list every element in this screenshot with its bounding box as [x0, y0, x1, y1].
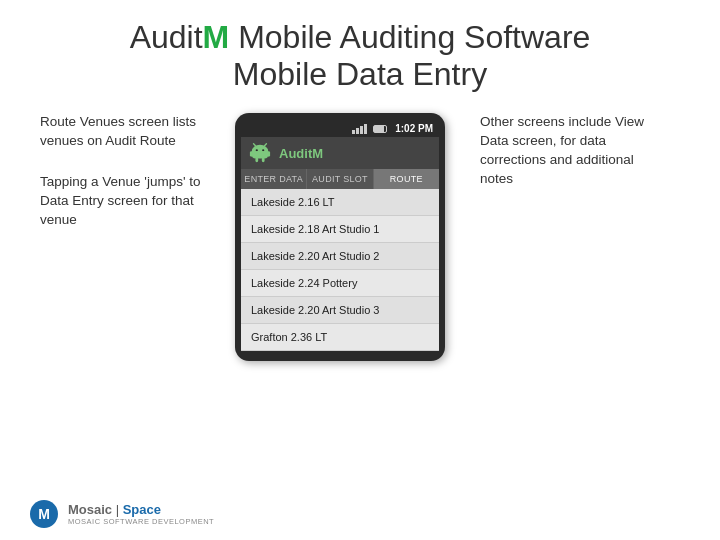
footer-separator: | [116, 502, 123, 517]
footer-sub: MOSAIC SOFTWARE DEVELOPMENT [68, 517, 214, 526]
footer: M Mosaic | Space MOSAIC SOFTWARE DEVELOP… [30, 500, 214, 528]
list-item[interactable]: Grafton 2.36 LT [241, 324, 439, 351]
status-time: 1:02 PM [395, 123, 433, 134]
phone-header: AuditM [241, 137, 439, 169]
svg-rect-6 [250, 152, 253, 158]
status-bar: 1:02 PM [241, 121, 439, 137]
signal-icon [352, 124, 367, 134]
right-text: Other screens include View Data screen, … [465, 113, 650, 189]
left-para1: Route Venues screen lists venues on Audi… [40, 113, 205, 151]
content-row: Route Venues screen lists venues on Audi… [0, 103, 720, 371]
left-text: Route Venues screen lists venues on Audi… [40, 113, 215, 251]
title-audit: Audit [130, 19, 203, 55]
list-item[interactable]: Lakeside 2.18 Art Studio 1 [241, 216, 439, 243]
left-para2: Tapping a Venue 'jumps' to Data Entry sc… [40, 173, 205, 230]
title-line2: Mobile Data Entry [20, 56, 700, 93]
list-item[interactable]: Lakeside 2.16 LT [241, 189, 439, 216]
svg-point-2 [262, 150, 264, 152]
tab-audit-slot[interactable]: AUDIT SLOT [307, 169, 373, 189]
phone-app-title: AuditM [279, 146, 323, 161]
svg-rect-7 [267, 152, 270, 158]
svg-rect-8 [255, 158, 258, 163]
list-item[interactable]: Lakeside 2.20 Art Studio 2 [241, 243, 439, 270]
svg-line-4 [265, 144, 267, 146]
list-item[interactable]: Lakeside 2.24 Pottery [241, 270, 439, 297]
title-rest: Mobile Auditing Software [229, 19, 590, 55]
title-area: AuditM Mobile Auditing Software Mobile D… [0, 0, 720, 103]
list-item[interactable]: Lakeside 2.20 Art Studio 3 [241, 297, 439, 324]
footer-logo-text: Mosaic | Space [68, 502, 214, 517]
status-icons [352, 124, 387, 134]
svg-point-1 [256, 150, 258, 152]
footer-mosaic: Mosaic [68, 502, 112, 517]
title-m: M [203, 19, 230, 55]
svg-rect-5 [252, 152, 269, 159]
phone-tabs: ENTER DATA AUDIT SLOT ROUTE [241, 169, 439, 189]
android-icon [249, 142, 271, 164]
battery-icon [373, 125, 387, 133]
phone-body: 1:02 PM AuditM [235, 113, 445, 361]
tab-enter-data[interactable]: ENTER DATA [241, 169, 307, 189]
tab-route[interactable]: ROUTE [374, 169, 439, 189]
phone-mockup: 1:02 PM AuditM [235, 113, 445, 361]
footer-text-block: Mosaic | Space MOSAIC SOFTWARE DEVELOPME… [68, 502, 214, 526]
svg-rect-9 [262, 158, 265, 163]
title-line1: AuditM Mobile Auditing Software [20, 18, 700, 56]
route-list: Lakeside 2.16 LT Lakeside 2.18 Art Studi… [241, 189, 439, 351]
svg-line-3 [254, 144, 256, 146]
footer-space: Space [123, 502, 161, 517]
mosaic-m-logo: M [30, 500, 58, 528]
